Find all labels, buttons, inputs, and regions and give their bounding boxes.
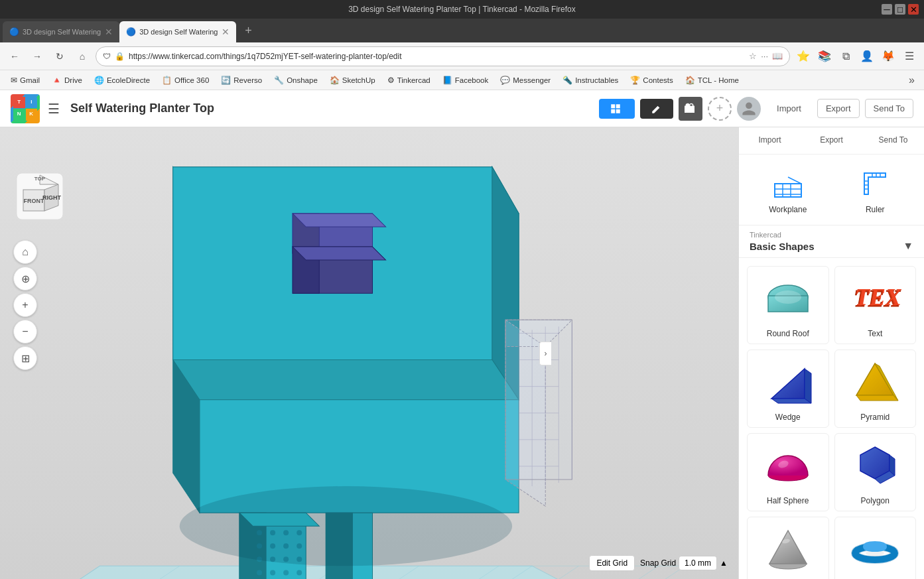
bookmark-instructables[interactable]: 🔦 Instructables: [557, 74, 624, 86]
bookmark-sketchup[interactable]: 🏠 SketchUp: [324, 74, 381, 86]
tab-2[interactable]: 🔵 3D design Self Watering ✕: [119, 21, 236, 42]
workplane-panel-item[interactable]: Workplane: [750, 165, 826, 214]
window-title: 3D design Self Watering Planter Top | Ti…: [348, 5, 576, 14]
drive-favicon: 🔺: [52, 76, 62, 85]
shape-torus[interactable]: Torus: [834, 517, 917, 579]
bookmark-tinkercad[interactable]: ⚙ Tinkercad: [382, 74, 436, 86]
bookmark-reverso-label: Reverso: [233, 76, 262, 84]
extensions-button[interactable]: ⭐: [794, 47, 813, 66]
shield-icon: 🛡: [103, 52, 111, 61]
3d-viewport[interactable]: Workplane: [0, 127, 738, 579]
zoom-in-button[interactable]: +: [13, 293, 37, 317]
svg-point-127: [866, 544, 884, 549]
svg-marker-44: [293, 214, 385, 227]
office360-favicon: 📋: [162, 76, 172, 85]
shape-pyramid[interactable]: Pyramid: [834, 350, 917, 428]
panel-collapse-button[interactable]: ›: [539, 342, 551, 365]
reload-button[interactable]: ↻: [50, 47, 69, 66]
header-right-actions: + Import Export Send To: [599, 97, 913, 121]
contests-favicon: 🏆: [630, 76, 640, 85]
snap-grid-value[interactable]: 1.0 mm: [679, 556, 717, 570]
orientation-cube[interactable]: TOP FRONT RIGHT: [13, 170, 66, 223]
zoom-out-button[interactable]: −: [13, 320, 37, 344]
svg-text:FRONT: FRONT: [24, 198, 44, 204]
bookmark-onshape[interactable]: 🔧 Onshape: [269, 74, 323, 86]
bookmark-facebook[interactable]: 📘 Facebook: [437, 74, 494, 86]
user-avatar[interactable]: [737, 97, 761, 121]
bookmark-messenger[interactable]: 💬 Messenger: [495, 74, 556, 86]
export-button[interactable]: Export: [817, 99, 860, 118]
add-user-button[interactable]: +: [708, 97, 732, 121]
ecoledirecte-favicon: 🌐: [94, 76, 104, 85]
shape-half-sphere[interactable]: Half Sphere: [747, 433, 829, 511]
bookmark-office360[interactable]: 📋 Office 360: [157, 74, 214, 86]
menu-button[interactable]: ☰: [900, 47, 919, 66]
tab-1-close[interactable]: ✕: [105, 27, 113, 37]
library-button[interactable]: 📚: [815, 47, 834, 66]
minimize-button[interactable]: ─: [882, 4, 892, 15]
svg-point-83: [180, 486, 512, 566]
app-header: T I N K ☰ Self Watering Planter Top + Im…: [0, 90, 924, 127]
shape-dropdown-row[interactable]: Basic Shapes ▼: [750, 240, 913, 252]
close-button[interactable]: ✕: [908, 4, 919, 15]
grid-info: Edit Grid Snap Grid 1.0 mm ▲: [589, 555, 728, 571]
bookmark-instructables-label: Instructables: [575, 76, 618, 84]
editor-mode-button[interactable]: [640, 99, 673, 119]
profile-button[interactable]: 👤: [858, 47, 876, 66]
dropdown-arrow-icon[interactable]: ▼: [903, 240, 913, 252]
import-panel-button[interactable]: Import: [739, 127, 801, 154]
home-view-button[interactable]: ⌂: [13, 240, 37, 264]
polygon-label: Polygon: [861, 496, 890, 505]
gmail-favicon: ✉: [11, 76, 17, 85]
view-controls: ⌂ ⊕ + − ⊞: [13, 240, 37, 370]
send-to-button[interactable]: Send To: [865, 99, 913, 118]
ruler-panel-item[interactable]: Ruler: [837, 165, 914, 214]
home-button[interactable]: ⌂: [73, 47, 92, 66]
canvas-area[interactable]: 💡: [0, 127, 738, 579]
text-label: Text: [868, 329, 882, 338]
back-button[interactable]: ←: [5, 47, 24, 66]
address-box[interactable]: 🛡 🔒 https://www.tinkercad.com/things/1q7…: [96, 46, 790, 66]
edit-grid-button[interactable]: Edit Grid: [589, 555, 635, 571]
bookmark-ecoledirecte-label: EcoleDirecte: [107, 76, 150, 84]
import-button[interactable]: Import: [766, 99, 812, 117]
bookmark-tcl[interactable]: 🏠 TCL - Home: [680, 74, 744, 86]
bookmark-gmail[interactable]: ✉ Gmail: [5, 74, 45, 86]
shape-wedge[interactable]: Wedge: [747, 350, 829, 428]
bookmark-contests[interactable]: 🏆 Contests: [625, 74, 678, 86]
shape-polygon[interactable]: Polygon: [834, 433, 917, 511]
shape-cone[interactable]: Cone: [747, 517, 829, 579]
bookmark-drive[interactable]: 🔺 Drive: [46, 74, 88, 86]
select-mode-button[interactable]: ⊕: [13, 267, 37, 290]
export-panel-button[interactable]: Export: [801, 127, 862, 154]
bookmark-reverso[interactable]: 🔄 Reverso: [216, 74, 267, 86]
view-mode-button[interactable]: [599, 99, 635, 119]
tabs-button[interactable]: ⧉: [836, 47, 855, 66]
svg-text:RIGHT: RIGHT: [42, 194, 62, 201]
forward-button[interactable]: →: [28, 47, 46, 66]
facebook-favicon: 📘: [442, 76, 452, 85]
bookmark-star-icon[interactable]: ☆: [749, 51, 757, 61]
shape-text[interactable]: TEXT TEXT Text: [834, 266, 917, 344]
svg-point-107: [775, 290, 801, 304]
toolbar-icons: ⭐ 📚 ⧉ 👤 🦊 ☰: [794, 47, 919, 66]
layers-button[interactable]: ⊞: [13, 346, 37, 370]
bookmarks-more-button[interactable]: »: [905, 73, 919, 88]
bookmark-ecoledirecte[interactable]: 🌐 EcoleDirecte: [89, 74, 155, 86]
snap-grid-arrow[interactable]: ▲: [720, 558, 728, 568]
share-button[interactable]: [679, 97, 702, 121]
reader-mode-icon[interactable]: 📖: [772, 51, 783, 61]
more-options-icon[interactable]: ···: [761, 51, 768, 61]
restore-button[interactable]: □: [895, 4, 905, 15]
tab-2-close[interactable]: ✕: [222, 27, 230, 37]
shape-round-roof[interactable]: Round Roof: [747, 266, 829, 344]
tinkercad-category-label: Tinkercad: [750, 231, 913, 239]
send-to-panel-button[interactable]: Send To: [862, 127, 924, 154]
svg-marker-112: [805, 369, 811, 403]
new-tab-button[interactable]: +: [239, 21, 257, 40]
shape-selector-row: Tinkercad Basic Shapes ▼: [739, 225, 924, 258]
hamburger-menu-icon[interactable]: ☰: [48, 101, 60, 117]
firefox-icon[interactable]: 🦊: [879, 47, 897, 66]
svg-marker-122: [769, 531, 807, 564]
tab-1[interactable]: 🔵 3D design Self Watering ✕: [3, 21, 119, 42]
